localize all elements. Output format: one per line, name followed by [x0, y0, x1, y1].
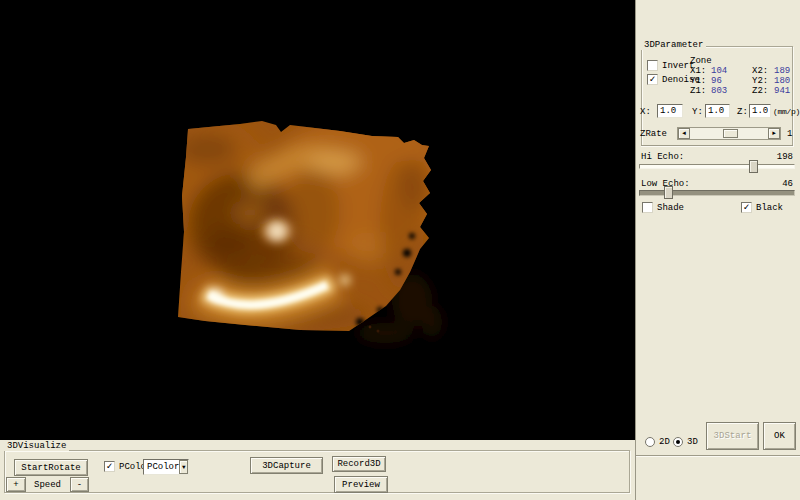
zone-x1-value: 104	[711, 66, 727, 76]
preview-button[interactable]: Preview	[334, 476, 388, 493]
divider	[641, 145, 793, 147]
zone-x1-label: X1:	[690, 66, 706, 76]
denoise-checkbox-box[interactable]: ✓	[647, 74, 658, 85]
ok-button[interactable]: OK	[763, 422, 796, 450]
scale-y-input[interactable]	[705, 104, 730, 118]
zone-y1-value: 96	[711, 76, 722, 86]
scale-x-label: X:	[640, 107, 651, 117]
parameter-group-title: 3DParameter	[641, 41, 706, 50]
3d-viewport[interactable]	[0, 0, 635, 440]
scale-x-input[interactable]	[657, 104, 683, 118]
view-mode-2d-radio-circle[interactable]	[645, 437, 655, 447]
scale-z-label: Z:	[737, 107, 748, 117]
view-mode-2d-label: 2D	[659, 437, 670, 447]
scale-y-label: Y:	[692, 107, 703, 117]
zrate-track[interactable]	[690, 128, 768, 139]
scale-z-input[interactable]	[749, 104, 771, 118]
3d-capture-button[interactable]: 3DCapture	[250, 457, 323, 474]
invert-checkbox-box[interactable]	[647, 60, 658, 71]
visualize-panel: 3DVisualize StartRotate + Speed - ✓ PCol…	[0, 440, 635, 500]
hi-echo-slider-thumb[interactable]	[749, 160, 758, 173]
divider	[636, 455, 800, 457]
low-echo-slider-track[interactable]	[639, 190, 795, 196]
parameter-panel: 3DParameter Invert ✓ Denoise Zone X1: 10…	[635, 0, 800, 500]
black-checkbox[interactable]: ✓ Black	[741, 202, 783, 213]
zone-x2-label: X2:	[752, 66, 768, 76]
black-checkbox-box[interactable]: ✓	[741, 202, 752, 213]
low-echo-value: 46	[782, 179, 793, 189]
shade-checkbox-box[interactable]	[642, 202, 653, 213]
scroll-left-icon[interactable]: ◄	[678, 128, 690, 139]
hi-echo-value: 198	[777, 152, 793, 162]
speed-plus-button[interactable]: +	[6, 477, 26, 492]
zone-y2-label: Y2:	[752, 76, 768, 86]
invert-checkbox[interactable]: Invert	[647, 60, 694, 71]
zone-x2-value: 189	[774, 66, 790, 76]
shade-checkbox-label: Shade	[657, 203, 684, 213]
zone-z2-value: 941	[774, 86, 790, 96]
view-mode-2d-radio[interactable]: 2D	[645, 437, 670, 447]
hi-echo-slider-track[interactable]	[639, 164, 795, 169]
pcolor-checkbox-box[interactable]: ✓	[104, 461, 115, 472]
zone-z2-label: Z2:	[752, 86, 768, 96]
pcolor-dropdown[interactable]: PColor ▼	[143, 459, 189, 475]
chevron-down-icon[interactable]: ▼	[179, 460, 188, 474]
zrate-thumb[interactable]	[723, 129, 738, 138]
zone-y1-label: Y1:	[690, 76, 706, 86]
zone-z1-label: Z1:	[690, 86, 706, 96]
zrate-value: 1	[787, 129, 792, 139]
record-3d-button[interactable]: Record3D	[332, 456, 386, 472]
speed-minus-button[interactable]: -	[70, 477, 89, 492]
zrate-scrollbar[interactable]: ◄ ►	[677, 127, 781, 140]
zone-label: Zone	[690, 56, 712, 66]
ultrasound-render	[0, 0, 635, 440]
hi-echo-label: Hi Echo:	[641, 152, 684, 162]
view-mode-3d-radio[interactable]: 3D	[673, 437, 698, 447]
visualize-group-title: 3DVisualize	[4, 442, 69, 451]
view-mode-3d-label: 3D	[687, 437, 698, 447]
view-mode-3d-radio-circle[interactable]	[673, 437, 683, 447]
zone-z1-value: 803	[711, 86, 727, 96]
zrate-label: ZRate	[640, 129, 667, 139]
shade-checkbox[interactable]: Shade	[642, 202, 684, 213]
speed-label: Speed	[34, 480, 61, 490]
low-echo-slider-thumb[interactable]	[664, 186, 673, 199]
start-rotate-button[interactable]: StartRotate	[14, 459, 88, 476]
pcolor-dropdown-value: PColor	[144, 462, 179, 472]
black-checkbox-label: Black	[756, 203, 783, 213]
3d-start-button[interactable]: 3DStart	[706, 422, 759, 450]
scale-unit-label: (mm/p)	[773, 107, 800, 116]
zone-y2-value: 180	[774, 76, 790, 86]
scroll-right-icon[interactable]: ►	[768, 128, 780, 139]
